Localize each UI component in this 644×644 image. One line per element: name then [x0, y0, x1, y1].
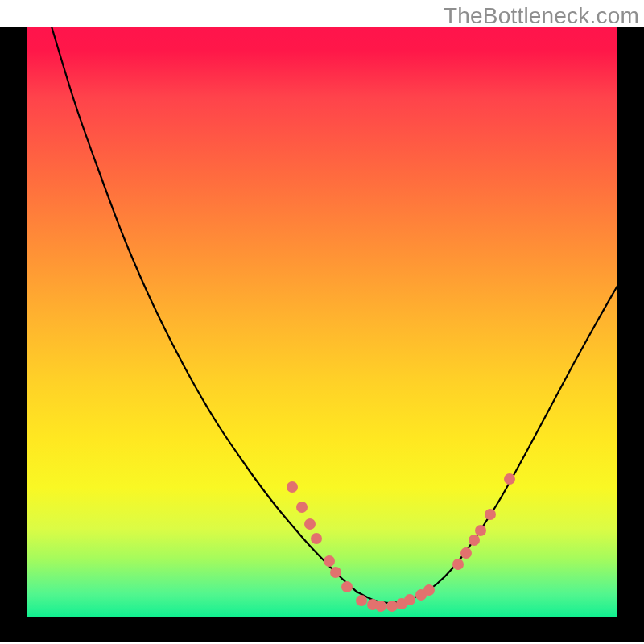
data-point-marker — [475, 525, 486, 536]
data-point-marker — [485, 509, 496, 520]
data-point-marker — [404, 594, 415, 605]
data-point-marker — [324, 555, 335, 567]
data-point-marker — [341, 581, 353, 592]
figure-container: TheBottleneck.com — [0, 0, 644, 644]
data-point-marker — [356, 595, 367, 606]
data-point-marker — [311, 533, 322, 544]
data-point-marker — [304, 518, 316, 530]
data-point-marker — [375, 601, 386, 612]
data-point-marker — [460, 547, 472, 559]
marker-group — [287, 473, 515, 612]
data-point-marker — [469, 535, 480, 546]
curve-group — [52, 27, 617, 603]
plot-svg — [27, 27, 617, 617]
bottleneck-curve — [52, 27, 617, 603]
data-point-marker — [452, 559, 464, 570]
data-point-marker — [287, 481, 298, 493]
data-point-marker — [386, 601, 398, 612]
data-point-marker — [330, 567, 341, 578]
data-point-marker — [504, 473, 515, 485]
data-point-marker — [423, 584, 435, 596]
watermark-text: TheBottleneck.com — [444, 3, 639, 29]
data-point-marker — [296, 502, 308, 513]
